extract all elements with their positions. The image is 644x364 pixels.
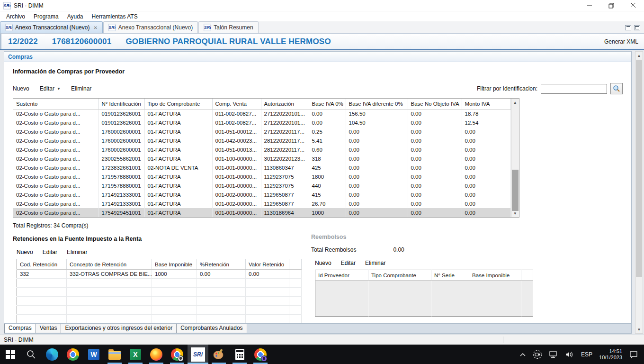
table-row[interactable]: 02-Costo o Gasto para d...01901236260010… xyxy=(13,109,510,118)
rem-editar-button[interactable]: Editar xyxy=(341,260,356,266)
cell[interactable]: 02-Costo o Gasto para d... xyxy=(13,136,98,145)
cell[interactable]: 0.00 xyxy=(346,127,408,136)
table-row[interactable]: 02-Costo o Gasto para d...23002558620010… xyxy=(13,154,510,163)
cell[interactable]: 332-OTRAS COMPRAS DE BIE... xyxy=(67,270,152,279)
cell[interactable]: 104.50 xyxy=(346,118,408,127)
cell[interactable]: 0.00 xyxy=(197,270,246,279)
cell[interactable]: 02-Costo o Gasto para d... xyxy=(13,109,98,118)
cell[interactable]: 1754929451001 xyxy=(98,208,144,217)
cell[interactable]: 1130860347 xyxy=(261,163,309,172)
cell[interactable]: 001-001-00000... xyxy=(212,181,261,190)
cell[interactable]: 0.00 xyxy=(346,190,408,199)
cell[interactable]: 0.00 xyxy=(408,190,462,199)
chrome-profile-2-button[interactable] xyxy=(250,345,271,364)
editar-button[interactable]: Editar▼ xyxy=(40,85,61,92)
cell[interactable]: 011-002-00827... xyxy=(212,118,261,127)
edge-button[interactable] xyxy=(42,345,63,364)
restore-button[interactable] xyxy=(600,0,622,11)
scroll-down-icon[interactable]: ▼ xyxy=(511,209,519,217)
cell[interactable]: 01-FACTURA xyxy=(144,181,212,190)
cell[interactable]: 01-FACTURA xyxy=(144,208,212,217)
cell[interactable]: 02-Costo o Gasto para d... xyxy=(13,154,98,163)
minimize-view-icon[interactable] xyxy=(625,25,631,30)
cell[interactable]: 01-FACTURA xyxy=(144,118,212,127)
table-row[interactable]: 02-Costo o Gasto para d...17195788800010… xyxy=(13,172,510,181)
cell[interactable]: 0190123626001 xyxy=(98,109,144,118)
cell[interactable]: 281220220117... xyxy=(261,145,309,154)
column-header[interactable]: Base Imponible xyxy=(152,259,197,270)
table-row[interactable]: 02-Costo o Gasto para d...17195788800010… xyxy=(13,181,510,190)
column-header[interactable]: Autorización xyxy=(261,99,309,109)
cell[interactable]: 02-Costo o Gasto para d... xyxy=(13,118,98,127)
column-header[interactable]: Tipo Comprobante xyxy=(368,270,431,281)
paint-button[interactable] xyxy=(208,345,229,364)
cell[interactable]: 0.00 xyxy=(408,109,462,118)
cell[interactable]: 0.00 xyxy=(462,145,510,154)
cell[interactable]: 0.00 xyxy=(408,127,462,136)
ret-nuevo-button[interactable]: Nuevo xyxy=(17,249,33,255)
cell[interactable]: 5.41 xyxy=(309,136,346,145)
eliminar-button[interactable]: Eliminar xyxy=(71,85,91,92)
scroll-down-icon[interactable]: ▼ xyxy=(635,326,643,333)
cell[interactable]: 02-Costo o Gasto para d... xyxy=(13,199,98,208)
cell[interactable]: 02-Costo o Gasto para d... xyxy=(13,172,98,181)
cell[interactable]: 0.00 xyxy=(346,136,408,145)
cell[interactable]: 01-FACTURA xyxy=(144,172,212,181)
column-header[interactable]: Sustento xyxy=(13,99,98,109)
maximize-view-icon[interactable] xyxy=(634,25,640,30)
column-header[interactable]: Cod. Retención xyxy=(17,259,67,270)
close-tab-icon[interactable]: ✕ xyxy=(92,25,97,30)
table-row[interactable]: 02-Costo o Gasto para d...17600026000010… xyxy=(13,136,510,145)
cell[interactable]: 001-002-00000... xyxy=(212,190,261,199)
cell[interactable]: 0.00 xyxy=(462,172,510,181)
chrome-button[interactable] xyxy=(63,345,83,364)
cell[interactable]: 02-Costo o Gasto para d... xyxy=(13,190,98,199)
cell[interactable]: 1000 xyxy=(152,270,197,279)
cell[interactable]: 011-002-00827... xyxy=(212,109,261,118)
cell[interactable]: 0.00 xyxy=(408,208,462,217)
cell[interactable]: 0.60 xyxy=(309,145,346,154)
cell[interactable]: 0.00 xyxy=(462,127,510,136)
table-row[interactable]: 02-Costo o Gasto para d...17600026000010… xyxy=(13,145,510,154)
cell[interactable]: 0.00 xyxy=(346,163,408,172)
cell[interactable]: 1719578880001 xyxy=(98,172,144,181)
compras-table-scrollbar[interactable]: ▲ ▼ xyxy=(511,99,519,217)
generar-xml-button[interactable]: Generar XML xyxy=(604,38,638,45)
column-header[interactable]: Monto IVA xyxy=(462,99,510,109)
cell[interactable]: 26.70 xyxy=(309,199,346,208)
close-button[interactable] xyxy=(622,0,644,11)
cell[interactable]: 02-Costo o Gasto para d... xyxy=(13,127,98,136)
cell[interactable]: 1723832661001 xyxy=(98,163,144,172)
calculator-button[interactable] xyxy=(229,345,250,364)
cell[interactable]: 02-Costo o Gasto para d... xyxy=(13,163,98,172)
view-scrollbar[interactable]: ▲ ▼ xyxy=(635,51,643,334)
tray-network-button[interactable] xyxy=(549,350,558,359)
cell[interactable]: 318 xyxy=(309,154,346,163)
table-row[interactable]: 332332-OTRAS COMPRAS DE BIE...10000.000.… xyxy=(17,270,302,279)
scroll-up-icon[interactable]: ▲ xyxy=(635,52,643,59)
cell[interactable]: 001-051-00012... xyxy=(212,127,261,136)
cell[interactable]: 1760002600001 xyxy=(98,145,144,154)
cell[interactable]: 1129237075 xyxy=(261,172,309,181)
start-button[interactable] xyxy=(0,345,21,364)
table-row[interactable]: 02-Costo o Gasto para d...17238326610010… xyxy=(13,163,510,172)
column-header[interactable]: %Retención xyxy=(197,259,246,270)
column-header[interactable]: Comp. Venta xyxy=(212,99,261,109)
cell[interactable]: 332 xyxy=(17,270,67,279)
cell[interactable]: 0.25 xyxy=(309,127,346,136)
cell[interactable]: 18.78 xyxy=(462,109,510,118)
cell[interactable]: 01-FACTURA xyxy=(144,145,212,154)
filter-input[interactable] xyxy=(541,84,607,94)
cell[interactable]: 156.50 xyxy=(346,109,408,118)
menu-archivo[interactable]: Archivo xyxy=(2,12,29,21)
column-header[interactable]: Base IVA 0% xyxy=(309,99,346,109)
cell[interactable]: 1130186964 xyxy=(261,208,309,217)
cell[interactable]: 1719578880001 xyxy=(98,181,144,190)
language-indicator[interactable]: ESP xyxy=(581,351,592,358)
column-header[interactable]: Base No Objeto IVA xyxy=(408,99,462,109)
cell[interactable]: 0.00 xyxy=(462,208,510,217)
tab-anexo-transaccional-2[interactable]: SRi Anexo Transaccional (Nuevo) xyxy=(103,21,198,33)
ret-editar-button[interactable]: Editar xyxy=(43,249,57,255)
table-row[interactable]: 02-Costo o Gasto para d...01901236260010… xyxy=(13,118,510,127)
cell[interactable]: 01-FACTURA xyxy=(144,154,212,163)
